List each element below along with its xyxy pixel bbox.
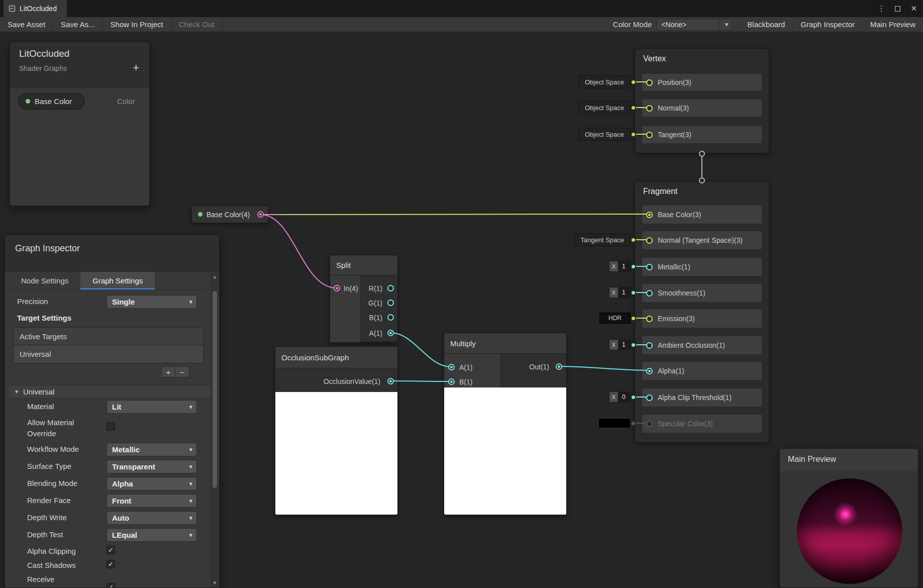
fragment-row-normal[interactable]: Normal (Tangent Space)(3) — [642, 231, 762, 249]
node-fragment[interactable]: Fragment Base Color(3) Normal (Tangent S… — [635, 181, 769, 443]
float-field[interactable]: X0 — [609, 391, 631, 403]
fragment-row-emission[interactable]: Emission(3) — [642, 310, 762, 328]
node-split[interactable]: Split In(4) R(1) G(1) B(1) A(1) — [330, 255, 398, 342]
graph-inspector-toggle-button[interactable]: Graph Inspector — [792, 20, 862, 29]
fragment-row-smoothness[interactable]: Smoothness(1) — [642, 284, 762, 302]
edge-split-to-multiply[interactable] — [390, 333, 451, 367]
inspector-scrollbar[interactable]: ▲ ▼ — [211, 273, 218, 587]
port-specular-color[interactable] — [646, 421, 653, 427]
port-emission[interactable] — [646, 316, 653, 322]
depth-write-dropdown[interactable]: Auto — [107, 511, 197, 525]
active-target-universal[interactable]: Universal — [13, 345, 203, 363]
x-value[interactable]: 0 — [618, 392, 630, 402]
port-multiply-out[interactable] — [556, 363, 562, 370]
shader-preview-sphere[interactable] — [797, 478, 902, 584]
window-close-icon[interactable]: ✕ — [910, 4, 917, 13]
receive-shadows-checkbox[interactable]: ✓ — [107, 583, 115, 588]
scroll-down-icon[interactable]: ▼ — [212, 580, 218, 585]
port-split-g[interactable] — [387, 300, 394, 306]
port-ambient-occlusion[interactable] — [646, 342, 653, 349]
vertex-row-normal[interactable]: Normal(3) — [642, 100, 762, 117]
window-menu-icon[interactable]: ⋮ — [877, 4, 885, 13]
tab-node-settings[interactable]: Node Settings — [9, 272, 80, 289]
space-dropdown-label[interactable]: Object Space — [578, 75, 631, 88]
specular-color-control[interactable] — [598, 418, 649, 428]
save-as-button[interactable]: Save As... — [53, 17, 103, 32]
port-multiply-a[interactable] — [448, 364, 455, 370]
port-base-color-out[interactable] — [257, 211, 264, 218]
edge-basecolor-to-split[interactable] — [261, 215, 337, 288]
add-property-button[interactable]: + — [133, 62, 139, 73]
emission-hdr-control[interactable]: HDR — [599, 313, 649, 324]
fragment-row-specular-color[interactable]: Specular Color(3) — [642, 415, 762, 433]
port-normal[interactable] — [646, 105, 653, 112]
color-swatch[interactable] — [598, 418, 631, 428]
vertex-row-tangent[interactable]: Tangent(3) — [642, 126, 762, 143]
port-split-a[interactable] — [387, 330, 394, 336]
fragment-row-base-color[interactable]: Base Color(3) — [642, 206, 762, 224]
save-asset-button[interactable]: Save Asset — [0, 17, 53, 32]
port-metallic[interactable] — [646, 264, 653, 270]
alpha-clipping-checkbox[interactable]: ✓ — [107, 546, 115, 554]
port-position[interactable] — [646, 79, 653, 86]
precision-dropdown[interactable]: Single — [107, 295, 197, 309]
tab-graph-settings[interactable]: Graph Settings — [80, 272, 155, 289]
space-dropdown-label[interactable]: Object Space — [578, 128, 631, 141]
ambient-occlusion-default-control[interactable]: X1 — [609, 339, 649, 350]
tangent-space-dropdown[interactable]: Object Space — [578, 128, 649, 141]
fragment-row-metallic[interactable]: Metallic(1) — [642, 258, 762, 276]
blackboard-toggle-button[interactable]: Blackboard — [739, 20, 792, 29]
node-title-bar[interactable]: OcclusionSubGraph — [275, 347, 397, 368]
render-face-dropdown[interactable]: Front — [107, 494, 197, 508]
main-preview-toggle-button[interactable]: Main Preview — [862, 20, 923, 29]
add-target-button[interactable]: + — [161, 366, 175, 377]
show-in-project-button[interactable]: Show In Project — [103, 17, 171, 32]
port-tangent[interactable] — [646, 132, 653, 138]
vertex-row-position[interactable]: Position(3) — [642, 74, 762, 91]
fragment-row-alpha-clip[interactable]: Alpha Clip Threshold(1) — [642, 388, 762, 407]
float-field[interactable]: X1 — [609, 287, 631, 298]
remove-target-button[interactable]: − — [175, 366, 189, 377]
smoothness-default-control[interactable]: X1 — [609, 287, 649, 298]
document-tab[interactable]: LitOccluded — [4, 0, 67, 17]
alpha-clip-default-control[interactable]: X0 — [609, 391, 649, 403]
surface-type-dropdown[interactable]: Transparent — [107, 460, 197, 473]
node-title-bar[interactable]: Split — [330, 255, 397, 275]
float-field[interactable]: X1 — [609, 339, 631, 350]
port-occlusion-value[interactable] — [387, 378, 394, 384]
material-dropdown[interactable]: Lit — [107, 400, 197, 414]
normal-space-control[interactable]: Tangent Space — [574, 233, 649, 246]
cast-shadows-checkbox[interactable]: ✓ — [107, 560, 115, 568]
port-split-in[interactable] — [334, 285, 340, 291]
port-split-r[interactable] — [387, 285, 394, 291]
blackboard-panel[interactable]: LitOccluded Shader Graphs + Base Color C… — [10, 42, 150, 206]
universal-foldout[interactable]: ▼ Universal — [9, 385, 210, 399]
normal-space-dropdown[interactable]: Object Space — [578, 101, 649, 114]
node-vertex[interactable]: Vertex Position(3) Normal(3) Tangent(3) — [635, 48, 769, 153]
node-multiply[interactable]: Multiply A(1) B(1) Out(1) — [444, 333, 567, 515]
port-split-b[interactable] — [387, 314, 394, 321]
port-alpha-clip-threshold[interactable] — [646, 395, 653, 401]
graph-inspector-panel[interactable]: Graph Inspector Node Settings Graph Sett… — [5, 235, 220, 588]
check-out-button[interactable]: Check Out — [171, 17, 223, 32]
node-occlusion-subgraph[interactable]: OcclusionSubGraph OcclusionValue(1) — [275, 346, 398, 515]
property-base-color[interactable]: Base Color — [18, 93, 85, 110]
edge-occlusion-to-multiply[interactable] — [390, 381, 451, 381]
port-multiply-b[interactable] — [448, 378, 455, 385]
port-smoothness[interactable] — [646, 290, 653, 297]
color-mode-dropdown[interactable]: <None> — [657, 19, 732, 31]
main-preview-panel[interactable]: Main Preview — [779, 448, 918, 588]
workflow-mode-dropdown[interactable]: Metallic — [107, 443, 197, 456]
scrollbar-thumb[interactable] — [213, 291, 217, 488]
scroll-up-icon[interactable]: ▲ — [212, 274, 218, 279]
blending-mode-dropdown[interactable]: Alpha — [107, 477, 197, 491]
node-base-color-property[interactable]: Base Color(4) — [191, 206, 268, 223]
fragment-row-alpha[interactable]: Alpha(1) — [642, 362, 762, 380]
depth-test-dropdown[interactable]: LEqual — [107, 528, 197, 542]
fragment-row-ambient-occlusion[interactable]: Ambient Occlusion(1) — [642, 336, 762, 354]
x-value[interactable]: 1 — [618, 340, 630, 350]
space-dropdown-label[interactable]: Tangent Space — [574, 233, 631, 246]
window-maximize-icon[interactable] — [895, 6, 900, 12]
position-space-dropdown[interactable]: Object Space — [578, 75, 649, 88]
float-field[interactable]: X1 — [609, 261, 631, 272]
